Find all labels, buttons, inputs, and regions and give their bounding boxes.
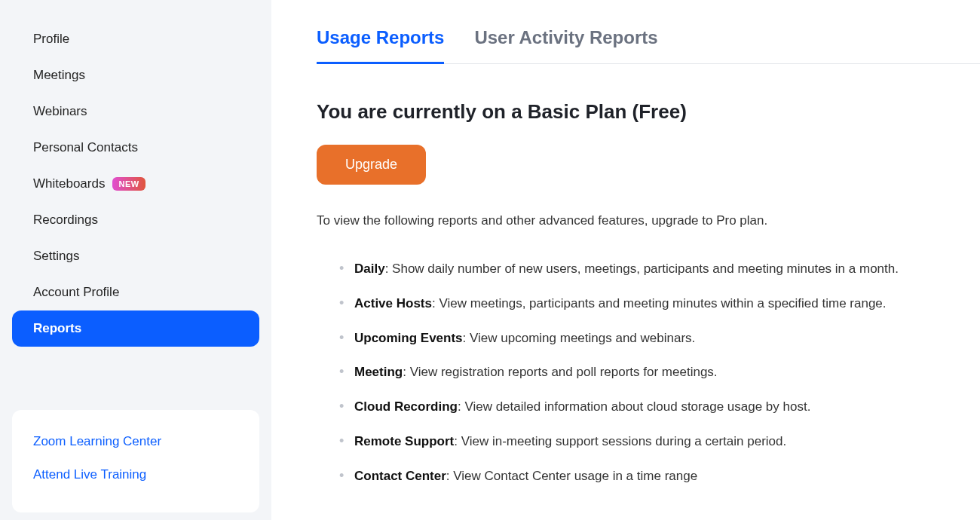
sidebar-item-personal-contacts[interactable]: Personal Contacts [12,130,259,166]
report-feature-name: Active Hosts [354,296,432,310]
tab-usage-reports[interactable]: Usage Reports [317,27,444,64]
report-feature-name: Meeting [354,365,403,379]
new-badge: NEW [112,177,145,191]
sidebar-item-label: Recordings [33,213,98,228]
sidebar-item-account-profile[interactable]: Account Profile [12,274,259,310]
sidebar-item-settings[interactable]: Settings [12,238,259,274]
report-feature-item: Contact Center: View Contact Center usag… [354,467,980,485]
link-attend-live-training[interactable]: Attend Live Training [33,458,238,491]
sidebar-item-label: Profile [33,32,69,47]
main-content: Usage Reports User Activity Reports You … [271,0,980,520]
report-feature-desc: : View in-meeting support sessions durin… [454,434,786,448]
report-feature-name: Upcoming Events [354,331,463,345]
sidebar-item-profile[interactable]: Profile [12,21,259,57]
report-feature-desc: : View meetings, participants and meetin… [432,296,887,310]
sidebar-item-label: Settings [33,249,79,264]
report-feature-desc: : View detailed information about cloud … [458,399,810,414]
report-tabs: Usage Reports User Activity Reports [317,27,980,64]
report-feature-name: Remote Support [354,434,454,448]
upgrade-button[interactable]: Upgrade [317,145,426,185]
sidebar-item-meetings[interactable]: Meetings [12,57,259,93]
sidebar-item-whiteboards[interactable]: Whiteboards NEW [12,166,259,202]
sidebar: Profile Meetings Webinars Personal Conta… [0,0,271,520]
report-feature-item: Upcoming Events: View upcoming meetings … [354,329,980,347]
report-feature-name: Daily [354,262,385,276]
tab-user-activity-reports[interactable]: User Activity Reports [474,27,657,64]
report-feature-name: Cloud Recording [354,399,458,414]
report-feature-item: Active Hosts: View meetings, participant… [354,295,980,313]
sidebar-item-reports[interactable]: Reports [12,310,259,347]
upgrade-description: To view the following reports and other … [317,213,980,228]
report-feature-desc: : View upcoming meetings and webinars. [463,331,696,345]
sidebar-item-webinars[interactable]: Webinars [12,93,259,130]
sidebar-item-label: Webinars [33,104,87,119]
report-feature-item: Meeting: View registration reports and p… [354,363,980,381]
sidebar-item-label: Whiteboards [33,176,105,191]
sidebar-item-label: Reports [33,321,81,336]
link-zoom-learning-center[interactable]: Zoom Learning Center [33,425,238,458]
report-feature-desc: : View Contact Center usage in a time ra… [446,469,697,483]
sidebar-item-recordings[interactable]: Recordings [12,202,259,238]
plan-heading: You are currently on a Basic Plan (Free) [317,100,980,124]
report-feature-desc: : Show daily number of new users, meetin… [385,262,899,276]
report-feature-desc: : View registration reports and poll rep… [403,365,717,379]
sidebar-item-label: Account Profile [33,285,119,300]
sidebar-item-label: Personal Contacts [33,140,138,155]
report-feature-list: Daily: Show daily number of new users, m… [317,260,980,485]
report-feature-name: Contact Center [354,469,446,483]
sidebar-item-label: Meetings [33,68,85,83]
report-feature-item: Cloud Recording: View detailed informati… [354,398,980,416]
report-feature-item: Remote Support: View in-meeting support … [354,433,980,451]
sidebar-secondary-card: Zoom Learning Center Attend Live Trainin… [12,410,259,512]
report-feature-item: Daily: Show daily number of new users, m… [354,260,980,278]
sidebar-nav: Profile Meetings Webinars Personal Conta… [12,21,259,347]
